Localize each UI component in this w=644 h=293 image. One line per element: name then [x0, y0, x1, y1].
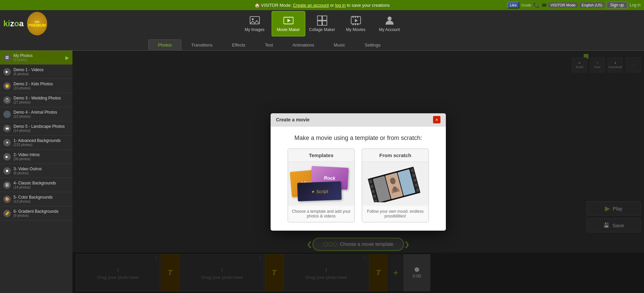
home-icon[interactable]: 🏠 — [254, 3, 260, 8]
demo5-icon: 🏔 — [3, 125, 11, 132]
login-link[interactable]: log in — [335, 3, 345, 8]
svg-rect-19 — [355, 23, 356, 25]
phone-icon: 📞 — [533, 2, 540, 8]
create-movie-modal: Create a movie × Make a movie using a te… — [271, 113, 446, 231]
from-scratch-option[interactable]: From scratch — [362, 148, 429, 223]
sidebar-item-demo1[interactable]: ▶ Demo 1 - Videos (6 photos) — [0, 65, 72, 79]
guide-button[interactable]: Guide — [521, 3, 531, 7]
advanced-bg-icon: ★ — [3, 139, 11, 146]
svg-rect-8 — [293, 20, 294, 21]
sidebar-item-video-outros[interactable]: ⏹ 3- Video Outros (8 photos) — [0, 164, 72, 178]
sidebar-item-gradient-bg[interactable]: 🌈 6- Gradient Backgrounds (9 photos) — [0, 206, 72, 221]
nav-movie-maker-label: Movie Maker — [277, 27, 300, 32]
tab-animations[interactable]: Animations — [283, 39, 324, 50]
svg-point-22 — [388, 17, 392, 21]
content-area: ✉ Email f Post ⬇ Download ··· ▶ Play 💾 — [72, 51, 644, 293]
demo1-name: Demo 1 - Videos — [13, 67, 69, 72]
tab-transitions[interactable]: Transitions — [181, 39, 222, 50]
svg-rect-17 — [357, 16, 358, 18]
my-photos-count: (0 photo) — [13, 58, 63, 62]
video-outros-name: 3- Video Outros — [13, 167, 69, 171]
demo3-icon: 💍 — [3, 96, 11, 104]
sidebar-item-demo4[interactable]: 🐾 Demo 4 - Animal Photos (22 photos) — [0, 107, 72, 121]
login-button[interactable]: Log in — [630, 3, 641, 7]
main-nav: My Images Movie Maker Collage Maker My M… — [238, 11, 406, 36]
sidebar-item-demo3[interactable]: 💍 Demo 3 - Wedding Photos (27 photos) — [0, 93, 72, 107]
tab-text[interactable]: Text — [255, 39, 283, 50]
film-strip-svg — [367, 165, 424, 202]
video-outros-icon: ⏹ — [3, 167, 11, 175]
logo[interactable]: kizoa — [3, 19, 24, 28]
demo1-icon: ▶ — [3, 68, 11, 76]
tab-photos[interactable]: Photos — [148, 39, 181, 50]
advanced-bg-name: 1- Advanced Backgrounds — [13, 138, 69, 143]
templates-option[interactable]: Templates Vintage Rock ✦ Script Choose a… — [287, 148, 355, 223]
sidebar-item-demo2[interactable]: 👶 Demo 2 - Kids Photos (16 photos) — [0, 79, 72, 93]
create-account-link[interactable]: Create an account — [293, 3, 329, 8]
signup-button[interactable]: Sign up — [607, 2, 628, 8]
svg-rect-4 — [283, 18, 284, 19]
sidebar-item-demo5[interactable]: 🏔 Demo 5 - Landscape Photos (14 photos) — [0, 121, 72, 136]
video-intros-name: 2- Video Intros — [13, 152, 69, 157]
demo2-count: (16 photos) — [13, 86, 69, 90]
svg-rect-10 — [317, 16, 322, 20]
sidebar-item-advanced-bg[interactable]: ★ 1- Advanced Backgrounds (232 photos) — [0, 136, 72, 150]
advanced-bg-count: (232 photos) — [13, 143, 69, 147]
gradient-bg-count: (9 photos) — [13, 214, 69, 217]
demo4-name: Demo 4 - Animal Photos — [13, 110, 69, 115]
nav-my-images[interactable]: My Images — [238, 11, 272, 36]
tab-effects[interactable]: Effects — [222, 39, 255, 50]
visitor-mode-badge[interactable]: VISITOR Mode — [548, 2, 577, 8]
video-intros-count: (36 photos) — [13, 157, 69, 161]
svg-marker-3 — [287, 19, 290, 22]
nav-collage-maker[interactable]: Collage Maker — [305, 11, 339, 36]
sidebar-item-color-bg[interactable]: 🎨 5- Color Backgrounds (13 photos) — [0, 192, 72, 206]
modal-header: Create a movie × — [271, 113, 446, 126]
my-photos-arrow: ▶ — [65, 55, 69, 60]
svg-rect-5 — [283, 20, 284, 21]
from-scratch-option-image — [362, 162, 428, 206]
gradient-bg-icon: 🌈 — [3, 210, 11, 217]
sidebar: 🖼 My Photos (0 photo) ▶ ▶ Demo 1 - Video… — [0, 51, 72, 293]
logo-area: kizoa Get PREMIUM — [0, 12, 47, 35]
sidebar-item-video-intros[interactable]: ▶ 2- Video Intros (36 photos) — [0, 150, 72, 164]
classic-bg-count: (14 photos) — [13, 185, 69, 189]
premium-badge[interactable]: Get PREMIUM — [27, 12, 47, 35]
svg-rect-11 — [323, 16, 327, 20]
language-selector[interactable]: English (US) — [580, 2, 605, 8]
svg-point-1 — [252, 18, 254, 20]
nav-my-account-label: My Account — [379, 27, 400, 32]
templates-option-image: Vintage Rock ✦ Script — [288, 162, 354, 206]
nav-my-movies-label: My Movies — [346, 27, 365, 32]
modal-close-button[interactable]: × — [433, 116, 440, 123]
nav-my-images-label: My Images — [245, 27, 265, 32]
demo5-name: Demo 5 - Landscape Photos — [13, 124, 69, 129]
svg-rect-16 — [355, 16, 356, 18]
color-bg-name: 5- Color Backgrounds — [13, 195, 69, 200]
classic-bg-name: 4- Classic Backgrounds — [13, 181, 69, 185]
main-layout: 🖼 My Photos (0 photo) ▶ ▶ Demo 1 - Video… — [0, 51, 644, 293]
color-bg-count: (13 photos) — [13, 200, 69, 203]
templates-option-desc: Choose a template and add your photos & … — [288, 206, 354, 222]
sidebar-item-classic-bg[interactable]: 🖼 4- Classic Backgrounds (14 photos) — [0, 178, 72, 192]
demo3-name: Demo 3 - Wedding Photos — [13, 96, 69, 100]
nav-collage-maker-label: Collage Maker — [309, 27, 335, 32]
demo4-icon: 🐾 — [3, 111, 11, 118]
facebook-like-button[interactable]: Like — [507, 2, 519, 8]
svg-rect-12 — [317, 21, 322, 25]
nav-movie-maker[interactable]: Movie Maker — [272, 11, 305, 36]
svg-rect-6 — [283, 22, 284, 23]
tab-settings[interactable]: Settings — [355, 39, 390, 50]
my-photos-icon: 🖼 — [3, 54, 11, 61]
email-icon: ✉ — [542, 2, 546, 8]
sidebar-item-my-photos[interactable]: 🖼 My Photos (0 photo) ▶ — [0, 51, 72, 65]
video-outros-count: (8 photos) — [13, 171, 69, 175]
nav-my-movies[interactable]: My Movies — [339, 11, 373, 36]
modal-overlay: Create a movie × Make a movie using a te… — [72, 51, 644, 293]
top-bar: 🏠 VISITOR Mode: Create an account or log… — [0, 0, 644, 10]
nav-my-account[interactable]: My Account — [373, 11, 406, 36]
modal-subtitle: Make a movie using a template or from sc… — [279, 135, 438, 142]
tab-music[interactable]: Music — [324, 39, 355, 50]
visitor-mode-text: 🏠 VISITOR Mode: Create an account or log… — [254, 3, 390, 8]
modal-options: Templates Vintage Rock ✦ Script Choose a… — [279, 148, 438, 223]
